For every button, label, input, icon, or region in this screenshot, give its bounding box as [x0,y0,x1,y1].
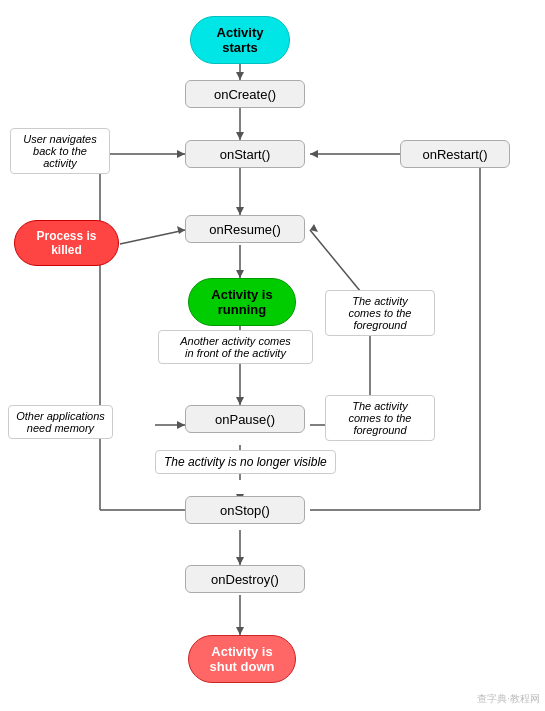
on-create-node: onCreate() [185,80,305,108]
on-start-label: onStart() [220,147,271,162]
svg-marker-1 [236,72,244,80]
svg-marker-7 [236,270,244,278]
on-restart-label: onRestart() [422,147,487,162]
svg-marker-17 [310,150,318,158]
on-destroy-label: onDestroy() [211,572,279,587]
on-stop-label: onStop() [220,503,270,518]
activity-foreground2-label: The activity comes to the foreground [325,395,435,441]
activity-starts-node: Activity starts [190,16,290,64]
svg-marker-3 [236,132,244,140]
on-restart-node: onRestart() [400,140,510,168]
svg-line-30 [120,230,185,244]
on-pause-label: onPause() [215,412,275,427]
process-killed-node: Activity starts Process iskilled [14,220,119,266]
on-pause-node: onPause() [185,405,305,433]
lifecycle-diagram: Activity starts onCreate() User navigate… [0,0,545,711]
svg-marker-5 [236,207,244,215]
another-activity-label: Another activity comes in front of the a… [158,330,313,364]
svg-marker-31 [177,226,185,234]
svg-marker-15 [236,627,244,635]
activity-foreground1-label: The activity comes to the foreground [325,290,435,336]
svg-marker-13 [236,557,244,565]
activity-running-label: Activity is running [211,287,272,317]
on-stop-node: onStop() [185,496,305,524]
activity-starts-label: Activity starts [217,25,264,55]
on-start-node: onStart() [185,140,305,168]
on-destroy-node: onDestroy() [185,565,305,593]
on-create-label: onCreate() [214,87,276,102]
user-navigates-label: User navigates back to the activity [10,128,110,174]
on-resume-label: onResume() [209,222,281,237]
activity-shutdown-label: Activity is shut down [210,644,275,674]
other-apps-label: Other applications need memory [8,405,113,439]
svg-marker-9 [236,397,244,405]
watermark: 查字典·教程网 [477,692,540,706]
no-longer-visible-label: The activity is no longer visible [155,450,336,474]
svg-marker-29 [177,150,185,158]
svg-marker-33 [177,421,185,429]
svg-marker-21 [310,224,318,232]
activity-shutdown-node: Activity is shut down [188,635,296,683]
activity-running-node: Activity is running [188,278,296,326]
on-resume-node: onResume() [185,215,305,243]
